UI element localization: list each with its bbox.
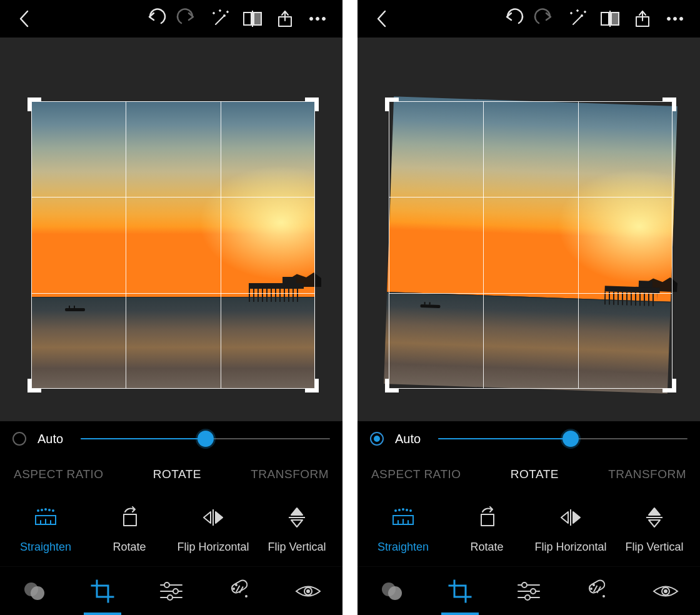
tool-straighten-icon [389,506,417,529]
nav-filters[interactable] [18,574,51,609]
rotate-tools-row: StraightenRotateFlip HorizontalFlip Vert… [0,492,342,566]
slider-thumb[interactable] [562,431,579,447]
svg-point-7 [310,18,313,21]
tool-straighten-icon [32,506,59,529]
more-button[interactable] [662,6,688,31]
redo-button[interactable] [175,6,200,31]
svg-point-11 [41,509,42,511]
svg-point-52 [395,510,396,511]
crop-tabs: ASPECT RATIOROTATETRANSFORM [358,456,700,492]
crop-tabs: ASPECT RATIOROTATETRANSFORM [0,456,342,492]
tool-flip-horizontal-label: Flip Horizontal [534,541,606,554]
svg-point-80 [591,588,592,589]
nav-heal[interactable] [224,574,256,609]
svg-marker-21 [204,512,211,523]
svg-point-8 [316,18,319,21]
back-button[interactable] [370,6,395,31]
svg-rect-2 [244,12,251,25]
svg-point-38 [233,588,234,589]
nav-heal[interactable] [581,574,614,609]
svg-point-9 [322,18,326,21]
svg-line-0 [216,16,224,24]
share-button[interactable] [630,6,655,31]
tab-transform[interactable]: TRANSFORM [251,468,329,481]
nav-adjust[interactable] [155,574,188,609]
auto-enhance-button[interactable] [565,6,590,31]
nav-adjust[interactable] [512,574,545,609]
tab-rotate[interactable]: ROTATE [511,468,559,481]
tool-rotate[interactable]: Rotate [88,506,171,554]
svg-line-42 [573,16,582,24]
tab-rotate[interactable]: ROTATE [153,468,201,481]
svg-point-50 [674,18,677,21]
svg-point-56 [410,510,411,511]
svg-point-41 [307,590,309,592]
tool-flip-horizontal[interactable]: Flip Horizontal [529,506,612,554]
tool-flip-vertical[interactable]: Flip Vertical [255,506,339,554]
tool-flip-vertical-label: Flip Vertical [625,541,683,554]
tool-straighten[interactable]: Straighten [361,506,445,554]
svg-point-53 [399,509,400,511]
tab-transform[interactable]: TRANSFORM [608,468,686,481]
share-button[interactable] [272,6,298,31]
undo-button[interactable] [142,6,168,31]
svg-point-54 [402,509,404,510]
nav-crop[interactable] [86,574,119,609]
nav-crop[interactable] [444,574,476,609]
svg-point-51 [680,18,683,21]
svg-point-43 [581,15,582,16]
svg-rect-45 [611,12,619,25]
compare-button[interactable] [240,6,265,31]
undo-button[interactable] [500,6,525,31]
nav-redeye[interactable] [649,574,682,609]
tool-flip-vertical-icon [645,506,664,529]
nav-filters[interactable] [376,574,408,609]
tab-aspect-ratio[interactable]: ASPECT RATIO [371,468,461,481]
editor-panel-right: AutoASPECT RATIOROTATETRANSFORMStraighte… [358,0,700,615]
compare-button[interactable] [598,6,622,31]
svg-point-73 [531,589,536,594]
svg-point-75 [525,595,530,600]
svg-marker-63 [561,512,568,523]
tab-aspect-ratio[interactable]: ASPECT RATIO [14,468,104,481]
auto-toggle[interactable] [370,432,384,446]
back-button[interactable] [12,6,38,31]
tool-flip-horizontal-icon [202,506,224,529]
svg-point-37 [236,584,237,586]
svg-point-31 [173,589,178,594]
auto-row: Auto [358,421,700,456]
top-toolbar [358,0,700,38]
svg-point-10 [38,510,39,511]
more-button[interactable] [305,6,330,31]
auto-toggle[interactable] [12,432,26,446]
auto-label: Auto [38,432,63,446]
svg-marker-24 [291,508,302,515]
svg-point-83 [664,590,667,592]
tool-flip-vertical[interactable]: Flip Vertical [612,506,696,554]
svg-rect-19 [124,514,136,526]
slider-thumb[interactable] [198,431,214,447]
svg-point-55 [406,509,408,511]
tool-flip-horizontal-icon [559,506,582,529]
straighten-slider[interactable] [81,431,330,446]
svg-marker-67 [649,520,660,527]
nav-redeye[interactable] [292,574,324,609]
svg-point-27 [31,586,44,600]
bottom-nav [0,566,342,615]
auto-enhance-button[interactable] [208,6,232,31]
tool-flip-horizontal[interactable]: Flip Horizontal [171,506,255,554]
tool-rotate-label: Rotate [113,541,146,554]
svg-rect-44 [601,12,609,25]
tool-rotate-icon [476,506,498,529]
auto-row: Auto [0,421,342,456]
tool-flip-vertical-icon [288,506,306,529]
top-toolbar [0,0,342,38]
redo-button[interactable] [532,6,558,31]
canvas-area[interactable] [358,38,700,421]
tool-rotate[interactable]: Rotate [445,506,529,554]
canvas-area[interactable] [0,38,342,421]
straighten-slider[interactable] [438,431,688,446]
tool-straighten[interactable]: Straighten [4,506,88,554]
svg-rect-3 [254,12,261,25]
tool-rotate-label: Rotate [470,541,503,554]
